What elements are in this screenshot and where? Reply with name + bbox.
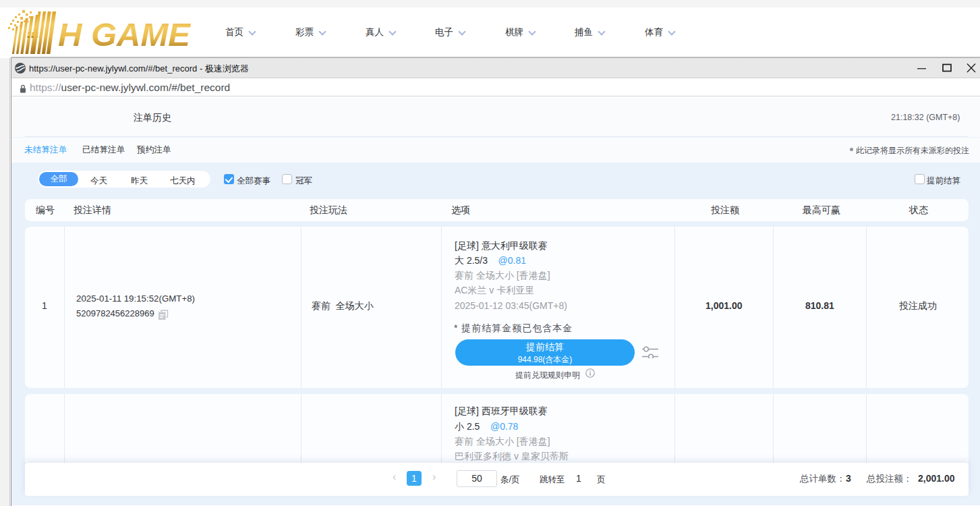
svg-text:H GAME: H GAME [58,16,191,53]
